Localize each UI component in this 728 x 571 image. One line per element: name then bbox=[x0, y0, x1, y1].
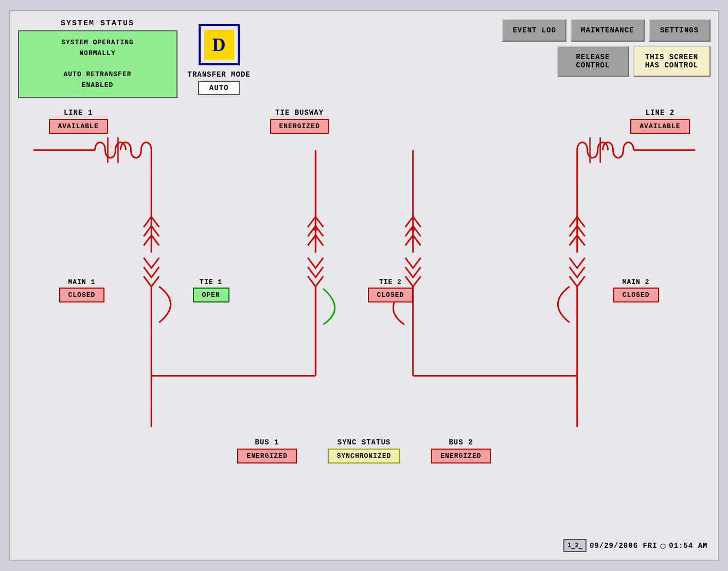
bus2-status: ENERGIZED bbox=[431, 449, 490, 463]
tie2-label: TIE 2 CLOSED bbox=[368, 278, 414, 302]
timestamp-time: 01:54 AM bbox=[669, 542, 707, 550]
event-log-button[interactable]: EVENT LOG bbox=[502, 19, 566, 42]
system-status-box: SYSTEM STATUS SYSTEM OPERATING NORMALLY … bbox=[18, 19, 177, 98]
bus2-title: BUS 2 bbox=[431, 438, 490, 447]
bus1-status: ENERGIZED bbox=[237, 449, 296, 463]
bus2-item: BUS 2 ENERGIZED bbox=[431, 438, 490, 463]
right-buttons: EVENT LOG MAINTENANCE SETTINGS RELEASECO… bbox=[502, 19, 710, 77]
circuit-diagram bbox=[18, 109, 711, 469]
status-line1: SYSTEM OPERATING bbox=[24, 38, 171, 48]
diagram-section: LINE 1 AVAILABLE TIE BUSWAY ENERGIZED LI… bbox=[18, 109, 711, 469]
transfer-mode-value: AUTO bbox=[198, 81, 240, 95]
timestamp-date: 09/29/2006 FRI bbox=[590, 542, 658, 550]
main2-label: MAIN 2 CLOSED bbox=[613, 278, 659, 302]
top-buttons-row: EVENT LOG MAINTENANCE SETTINGS bbox=[502, 19, 710, 42]
main1-label: MAIN 1 CLOSED bbox=[59, 278, 105, 302]
status-line2: NORMALLY bbox=[24, 48, 171, 59]
transfer-mode-label: TRANSFER MODE bbox=[188, 70, 251, 79]
this-screen-control-button[interactable]: THIS SCREENHAS CONTROL bbox=[633, 46, 711, 77]
tie2-status: CLOSED bbox=[368, 288, 414, 302]
sync-title: SYNC STATUS bbox=[328, 438, 401, 447]
tie2-title: TIE 2 bbox=[368, 278, 414, 286]
status-line4: ENABLED bbox=[24, 80, 171, 91]
timestamp: 1̲2̲ 09/29/2006 FRI ◯ 01:54 AM bbox=[563, 539, 707, 552]
logo-box: D bbox=[199, 24, 240, 65]
center-area: D TRANSFER MODE AUTO bbox=[188, 24, 251, 95]
main2-status: CLOSED bbox=[613, 288, 659, 302]
bus1-title: BUS 1 bbox=[237, 438, 296, 447]
clock-icon: ◯ bbox=[661, 541, 666, 551]
main1-status: CLOSED bbox=[59, 288, 105, 302]
sync-item: SYNC STATUS SYNCHRONIZED bbox=[328, 438, 401, 463]
main1-title: MAIN 1 bbox=[59, 278, 105, 286]
system-status-content: SYSTEM OPERATING NORMALLY AUTO RETRANSFE… bbox=[18, 30, 177, 98]
main-container: SYSTEM STATUS SYSTEM OPERATING NORMALLY … bbox=[9, 10, 719, 561]
timestamp-box-icon: 1̲2̲ bbox=[563, 539, 587, 552]
system-status-title: SYSTEM STATUS bbox=[18, 19, 177, 28]
tie1-title: TIE 1 bbox=[193, 278, 229, 286]
release-control-button[interactable]: RELEASECONTROL bbox=[557, 46, 629, 77]
bus1-item: BUS 1 ENERGIZED bbox=[237, 438, 296, 463]
top-section: SYSTEM STATUS SYSTEM OPERATING NORMALLY … bbox=[18, 19, 711, 98]
bottom-section: BUS 1 ENERGIZED SYNC STATUS SYNCHRONIZED… bbox=[18, 438, 711, 463]
tie1-label: TIE 1 OPEN bbox=[193, 278, 229, 302]
sync-status: SYNCHRONIZED bbox=[328, 449, 401, 463]
bottom-buttons-row: RELEASECONTROL THIS SCREENHAS CONTROL bbox=[502, 46, 710, 77]
settings-button[interactable]: SETTINGS bbox=[649, 19, 711, 42]
status-line3: AUTO RETRANSFER bbox=[24, 69, 171, 80]
main2-title: MAIN 2 bbox=[613, 278, 659, 286]
tie1-status: OPEN bbox=[193, 288, 229, 302]
logo-icon: D bbox=[204, 30, 234, 60]
maintenance-button[interactable]: MAINTENANCE bbox=[571, 19, 644, 42]
